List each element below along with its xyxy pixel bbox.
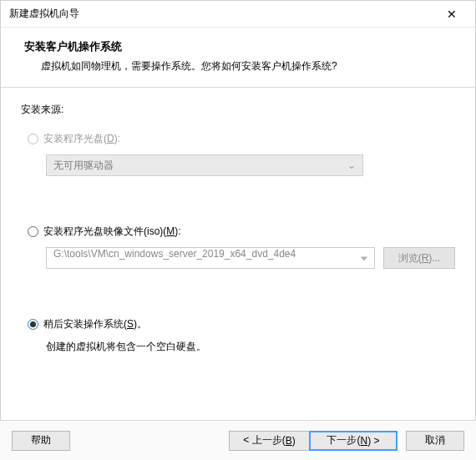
option-installer-iso: 安装程序光盘映像文件(iso)(M): G:\tools\VM\cn_windo… [28, 225, 455, 269]
chevron-down-icon: ⌄ [347, 159, 356, 171]
option-install-later: 稍后安装操作系统(S)。 创建的虚拟机将包含一个空白硬盘。 [28, 317, 455, 354]
page-heading: 安装客户机操作系统 [24, 39, 452, 54]
radio-installer-disc[interactable] [28, 134, 38, 144]
iso-path-input[interactable]: G:\tools\VM\cn_windows_server_2019_x64_d… [46, 247, 375, 269]
radio-install-later[interactable] [28, 319, 38, 330]
cancel-button[interactable]: 取消 [406, 431, 464, 451]
help-button[interactable]: 帮助 [12, 431, 70, 451]
wizard-header: 安装客户机操作系统 虚拟机如同物理机，需要操作系统。您将如何安装客户机操作系统? [1, 28, 475, 88]
back-button[interactable]: < 上一步(B) [229, 431, 309, 451]
browse-button[interactable]: 浏览(R)... [383, 247, 455, 269]
install-later-hint: 创建的虚拟机将包含一个空白硬盘。 [46, 340, 455, 354]
titlebar: 新建虚拟机向导 ✕ [1, 1, 475, 28]
option-installer-disc: 安装程序光盘(D): 无可用驱动器 ⌄ [28, 132, 455, 176]
disc-drive-combo[interactable]: 无可用驱动器 ⌄ [46, 154, 363, 176]
close-icon[interactable]: ✕ [435, 3, 468, 26]
radio-installer-disc-label: 安装程序光盘(D): [43, 132, 120, 146]
content-area: 安装来源: 安装程序光盘(D): 无可用驱动器 ⌄ 安装程序光盘映像文件(iso… [1, 88, 475, 371]
install-source-label: 安装来源: [21, 103, 455, 117]
disc-drive-combo-text: 无可用驱动器 [53, 159, 114, 173]
radio-install-later-label: 稍后安装操作系统(S)。 [43, 317, 147, 331]
nav-button-group: < 上一步(B) 下一步(N) > [229, 431, 398, 451]
next-button[interactable]: 下一步(N) > [309, 431, 398, 451]
window-title: 新建虚拟机向导 [9, 7, 435, 21]
wizard-footer: 帮助 < 上一步(B) 下一步(N) > 取消 [0, 420, 476, 460]
radio-installer-iso-label: 安装程序光盘映像文件(iso)(M): [43, 225, 181, 239]
radio-installer-iso[interactable] [28, 226, 38, 237]
page-subheading: 虚拟机如同物理机，需要操作系统。您将如何安装客户机操作系统? [24, 59, 452, 73]
